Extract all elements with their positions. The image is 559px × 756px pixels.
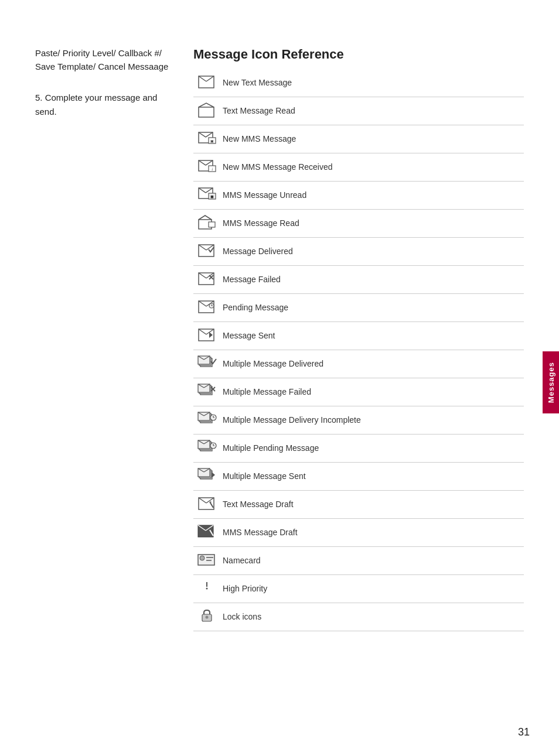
multiple-delivery-incomplete-label: Multiple Message Delivery Incomplete: [220, 406, 524, 435]
message-sent-icon: [197, 336, 217, 345]
mms-unread-label: MMS Message Unread: [220, 182, 524, 210]
namecard-label: Namecard: [220, 547, 524, 575]
pending-message-icon: [197, 307, 217, 317]
high-priority-icon: [197, 589, 217, 598]
svg-rect-20: [209, 222, 215, 227]
table-row: New Text Message: [193, 69, 524, 97]
step-text: 5. Complete your message and send.: [35, 91, 176, 119]
multiple-failed-icon: [197, 392, 217, 402]
multiple-pending-label: Multiple Pending Message: [220, 435, 524, 463]
svg-line-6: [206, 132, 213, 137]
mms-unread-icon-cell: ◼: [193, 182, 220, 210]
namecard-icon-cell: [193, 547, 220, 575]
mms-draft-label: MMS Message Draft: [220, 519, 524, 547]
svg-line-10: [199, 160, 206, 165]
svg-line-30: [199, 301, 206, 306]
svg-line-22: [199, 245, 206, 250]
table-row: MMS Message Read: [193, 210, 524, 238]
new-mms-message-icon-cell: ▣: [193, 125, 220, 153]
new-mms-message-icon: ▣: [197, 139, 217, 149]
svg-point-83: [200, 556, 204, 560]
table-row: ▣New MMS Message: [193, 125, 524, 153]
text-message-read-icon-cell: [193, 97, 220, 125]
multiple-delivered-icon: [197, 364, 217, 374]
text-draft-icon-cell: [193, 491, 220, 519]
table-row: Message Failed: [193, 266, 524, 294]
text-draft-icon: [197, 504, 217, 514]
svg-line-36: [199, 329, 206, 334]
message-delivered-icon: [197, 251, 217, 261]
table-row: Text Message Read: [193, 97, 524, 125]
svg-marker-72: [212, 472, 215, 478]
svg-line-15: [199, 188, 206, 193]
message-failed-icon: [197, 279, 217, 289]
multiple-sent-icon-cell: [193, 463, 220, 491]
svg-line-74: [199, 498, 206, 503]
svg-rect-3: [199, 107, 214, 117]
multiple-pending-icon: [197, 448, 217, 458]
message-sent-icon-cell: [193, 322, 220, 350]
svg-line-2: [206, 76, 214, 81]
table-row: Text Message Draft: [193, 491, 524, 519]
mms-read-icon-cell: [193, 210, 220, 238]
pending-message-label: Pending Message: [220, 294, 524, 322]
table-row: Pending Message: [193, 294, 524, 322]
message-failed-label: Message Failed: [220, 266, 524, 294]
new-text-message-label: New Text Message: [220, 69, 524, 97]
svg-text:◼: ◼: [210, 194, 214, 199]
namecard-icon: [197, 560, 217, 570]
message-failed-icon-cell: [193, 266, 220, 294]
svg-line-11: [206, 160, 213, 165]
lock-icons-icon-cell: [193, 603, 220, 631]
text-message-read-label: Text Message Read: [220, 97, 524, 125]
multiple-delivered-icon-cell: [193, 350, 220, 378]
page-number: 31: [518, 726, 530, 738]
svg-line-1: [199, 76, 206, 81]
svg-marker-38: [209, 332, 213, 338]
svg-line-25: [199, 273, 206, 278]
table-row: MMS Message Draft: [193, 519, 524, 547]
message-delivered-icon-cell: [193, 238, 220, 266]
svg-point-87: [206, 588, 208, 590]
lock-icons-icon: [197, 617, 217, 627]
message-sent-label: Message Sent: [220, 322, 524, 350]
table-row: ↓New MMS Message Received: [193, 153, 524, 182]
section-title: Message Icon Reference: [193, 47, 524, 62]
new-mms-received-icon-cell: ↓: [193, 153, 220, 182]
text-draft-label: Text Message Draft: [220, 491, 524, 519]
table-row: Multiple Message Delivered: [193, 350, 524, 378]
table-row: Message Sent: [193, 322, 524, 350]
text-message-read-icon: [197, 111, 217, 121]
table-row: Multiple Message Failed: [193, 378, 524, 406]
table-row: Multiple Pending Message: [193, 435, 524, 463]
multiple-delivered-label: Multiple Message Delivered: [220, 350, 524, 378]
side-tab-label: Messages: [547, 362, 555, 403]
multiple-failed-label: Multiple Message Failed: [220, 378, 524, 406]
message-delivered-label: Message Delivered: [220, 238, 524, 266]
table-row: High Priority: [193, 575, 524, 603]
svg-text:↓: ↓: [211, 166, 213, 172]
multiple-pending-icon-cell: [193, 435, 220, 463]
mms-read-label: MMS Message Read: [220, 210, 524, 238]
mms-unread-icon: ◼: [197, 195, 217, 205]
messages-tab: Messages: [543, 351, 559, 413]
multiple-sent-label: Multiple Message Sent: [220, 463, 524, 491]
svg-line-5: [199, 132, 206, 137]
svg-line-76: [210, 502, 213, 508]
table-row: Namecard: [193, 547, 524, 575]
new-mms-received-icon: ↓: [197, 167, 217, 177]
table-row: Lock icons: [193, 603, 524, 631]
multiple-failed-icon-cell: [193, 378, 220, 406]
svg-text:▣: ▣: [210, 139, 214, 143]
pending-message-icon-cell: [193, 294, 220, 322]
table-row: Message Delivered: [193, 238, 524, 266]
new-mms-message-label: New MMS Message: [220, 125, 524, 153]
svg-point-89: [206, 616, 209, 619]
new-mms-received-label: New MMS Message Received: [220, 153, 524, 182]
table-row: Multiple Message Delivery Incomplete: [193, 406, 524, 435]
mms-draft-icon-cell: [193, 519, 220, 547]
multiple-sent-icon: [197, 476, 217, 486]
lock-icons-label: Lock icons: [220, 603, 524, 631]
icon-reference-table: New Text MessageText Message Read▣New MM…: [193, 69, 524, 631]
new-text-message-icon: [197, 83, 217, 93]
